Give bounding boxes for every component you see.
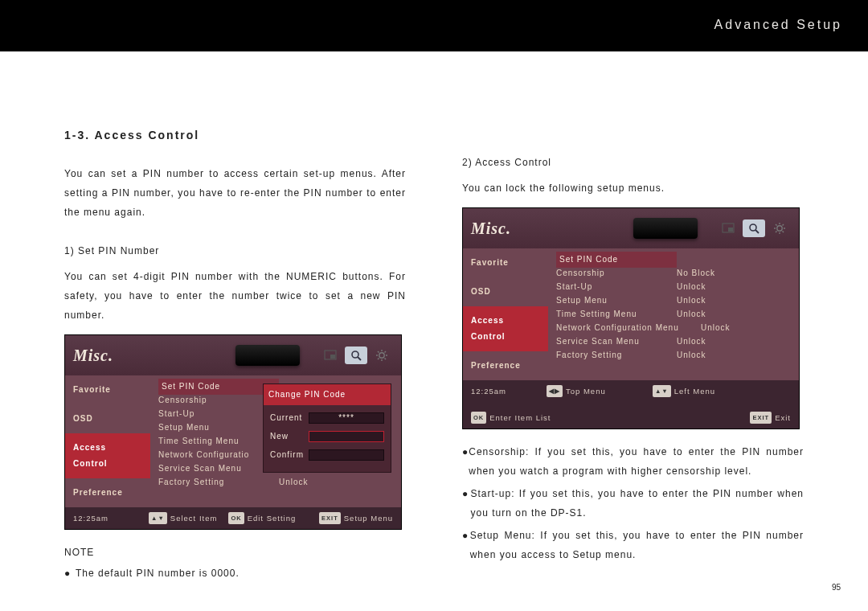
subhead-set-pin: 1) Set PIN Number [64,241,406,260]
access-control-body: You can lock the following setup menus. [462,178,804,198]
intro-paragraph: You can set a PIN number to access certa… [64,164,406,222]
svg-point-17 [777,226,782,231]
subhead-access-control: 2) Access Control [462,153,804,172]
svg-line-9 [378,351,379,353]
section-title: 1-3. Access Control [64,124,406,146]
key-ok-icon: OK [228,512,244,524]
change-pin-dialog: Change PIN Code Current**** New Confirm [263,383,391,473]
svg-rect-1 [330,355,335,359]
figure-set-pin: Misc. Favorite OSD Access Control Prefer… [64,334,402,530]
svg-line-24 [776,232,777,233]
osd-clock: 12:25am [73,511,137,526]
gear-icon [371,347,393,364]
bullet-setup-menu: Setup Menu: If you set this, you have to… [470,526,804,564]
sidebar-item-osd[interactable]: OSD [65,404,150,433]
pin-current-field[interactable]: **** [309,412,384,424]
svg-line-12 [385,351,387,353]
pin-new-label: New [270,429,309,445]
bullet-dot-icon: ● [462,526,470,564]
svg-line-16 [755,230,759,233]
note-default-pin: The default PIN number is 0000. [76,564,240,583]
pip-icon [717,219,739,237]
key-exit-icon: EXIT [750,412,772,424]
svg-line-22 [776,224,777,226]
hint-left-menu: Left Menu [674,383,715,399]
sidebar-item-preference[interactable]: Preference [463,351,548,380]
osd-title: Misc. [73,339,113,371]
osd2-clock: 12:25am [471,383,535,399]
menu-row-scan[interactable]: Service Scan MenuUnlock [556,335,791,348]
hint-enter-list: Enter Item List [489,410,551,425]
sidebar-item-osd[interactable]: OSD [463,277,548,306]
device-icon [235,345,300,366]
svg-line-23 [783,232,784,233]
hint-edit-setting: Edit Setting [248,511,297,526]
osd2-title: Misc. [471,212,511,244]
menu-row-set-pin[interactable]: Set PIN Code [556,253,791,266]
pin-new-field[interactable] [309,431,384,442]
osd-main-panel: Set PIN Code Censorship Start-Up Setup M… [150,375,401,507]
svg-line-11 [378,359,379,360]
content-columns: 1-3. Access Control You can set a PIN nu… [0,51,868,586]
svg-line-10 [385,359,387,360]
key-ok-icon: OK [471,412,486,424]
header-title: Advanced Setup [714,18,842,32]
osd-footer: 12:25am ▲▼Select Item OKEdit Setting EXI… [65,507,401,529]
search-icon [345,347,367,364]
svg-point-2 [352,351,358,358]
menu-row-setup-menu[interactable]: Setup MenuUnlock [556,294,791,307]
sidebar-item-favorite[interactable]: Favorite [463,248,548,277]
menu-row-censorship[interactable]: CensorshipNo Block [556,267,791,280]
figure-access-control: Misc. Favorite OSD Access Control Prefer… [462,207,800,429]
osd2-header: Misc. [463,208,799,248]
bullet-startup: Start-up: If you set this, you have to e… [471,484,804,523]
hint-top-menu: Top Menu [566,383,606,399]
svg-point-15 [750,224,756,231]
page-number: 95 [832,583,841,592]
hint-select-item: Select Item [170,511,218,526]
set-pin-body: You can set 4-digit PIN number with the … [64,267,406,325]
search-icon [743,219,765,237]
bullet-censorship: Censorship: If you set this, you have to… [469,442,804,481]
sidebar-item-access-control[interactable]: Access Control [463,306,548,351]
menu-row-factory[interactable]: Factory SettingUnlock [556,349,791,362]
osd-sidebar: Favorite OSD Access Control Preference [65,375,150,507]
key-updown-icon: ▲▼ [149,512,167,524]
osd2-footer: 12:25am ◀▶Top Menu ▲▼Left Menu OKEnter I… [463,380,799,429]
pin-dialog-title: Change PIN Code [264,384,391,405]
bullet-dot-icon: ● [462,484,471,523]
sidebar-item-favorite[interactable]: Favorite [65,375,150,404]
hint-exit: Exit [775,410,791,425]
svg-point-4 [379,353,384,358]
right-column: 2) Access Control You can lock the follo… [462,124,804,586]
pin-current-label: Current [270,410,309,426]
key-leftright-icon: ◀▶ [547,385,563,397]
osd2-sidebar: Favorite OSD Access Control Preference [463,248,548,380]
svg-rect-14 [728,228,733,232]
left-column: 1-3. Access Control You can set a PIN nu… [64,124,406,586]
sidebar-item-preference[interactable]: Preference [65,478,150,507]
gear-icon [768,219,791,237]
hint-setup-menu: Setup Menu [344,511,393,526]
bullet-dot-icon: ● [64,564,76,583]
menu-row-factory[interactable]: Factory SettingUnlock [158,476,393,489]
pip-icon [319,347,342,364]
menu-row-time[interactable]: Time Setting MenuUnlock [556,308,791,321]
pin-confirm-label: Confirm [270,447,309,463]
key-exit-icon: EXIT [319,512,341,524]
osd-header: Misc. [65,335,401,375]
sidebar-item-access-control[interactable]: Access Control [65,433,150,478]
device-icon [633,218,698,239]
svg-line-3 [358,357,361,360]
header-band: Advanced Setup [0,0,868,51]
menu-row-network[interactable]: Network Configuration MenuUnlock [556,322,791,334]
bullet-dot-icon: ● [462,442,469,481]
note-label: NOTE [64,543,406,562]
svg-line-25 [783,224,784,226]
pin-confirm-field[interactable] [309,449,384,461]
osd2-main-panel: Set PIN Code CensorshipNo Block Start-Up… [548,248,799,380]
menu-row-startup[interactable]: Start-UpUnlock [556,281,791,293]
key-updown-icon: ▲▼ [653,385,671,397]
